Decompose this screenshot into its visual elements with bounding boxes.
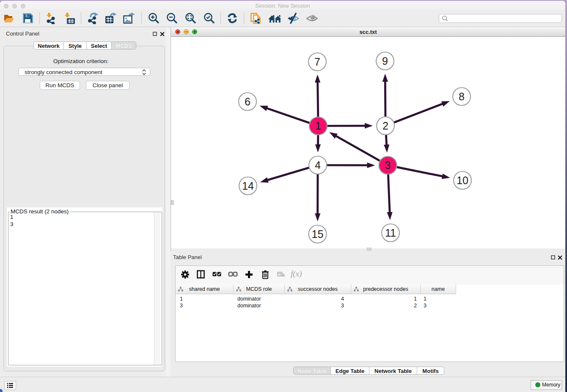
svg-text:7: 7 [314,56,320,68]
svg-text:14: 14 [242,180,254,192]
svg-text:6: 6 [245,96,250,108]
svg-text:10: 10 [457,174,468,186]
svg-text:4: 4 [315,159,321,171]
svg-text:3: 3 [385,159,391,171]
svg-text:11: 11 [385,227,396,239]
svg-text:8: 8 [459,91,465,102]
svg-text:9: 9 [382,55,388,67]
svg-text:2: 2 [383,120,388,132]
svg-text:1: 1 [315,120,321,132]
svg-text:15: 15 [312,228,324,240]
